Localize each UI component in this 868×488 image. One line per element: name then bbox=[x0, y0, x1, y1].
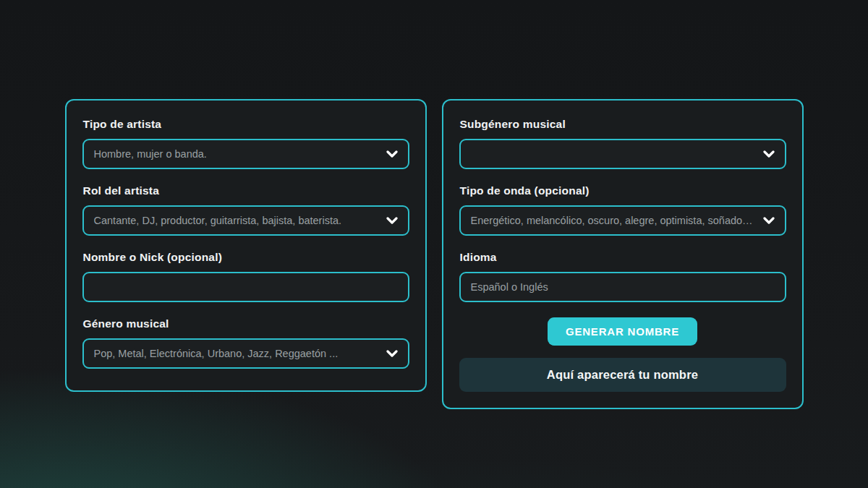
field-rol-del-artista: Rol del artista Cantante, DJ, productor,… bbox=[82, 184, 409, 236]
rol-del-artista-placeholder: Cantante, DJ, productor, guitarrista, ba… bbox=[94, 215, 379, 226]
idioma-input[interactable] bbox=[471, 281, 775, 293]
tipo-de-onda-placeholder: Energético, melancólico, oscuro, alegre,… bbox=[471, 215, 756, 226]
subgenero-musical-select[interactable] bbox=[459, 139, 786, 169]
generated-name-display: Aquí aparecerá tu nombre bbox=[459, 358, 786, 392]
tipo-de-artista-placeholder: Hombre, mujer o banda. bbox=[94, 148, 379, 160]
genero-musical-select[interactable]: Pop, Metal, Electrónica, Urbano, Jazz, R… bbox=[82, 338, 409, 369]
field-tipo-de-artista: Tipo de artista Hombre, mujer o banda. bbox=[82, 118, 409, 169]
panel-left: Tipo de artista Hombre, mujer o banda. R… bbox=[65, 99, 427, 392]
rol-del-artista-select[interactable]: Cantante, DJ, productor, guitarrista, ba… bbox=[82, 205, 409, 236]
chevron-down-icon bbox=[386, 150, 398, 158]
chevron-down-icon bbox=[763, 150, 775, 158]
genero-musical-placeholder: Pop, Metal, Electrónica, Urbano, Jazz, R… bbox=[94, 348, 379, 359]
chevron-down-icon bbox=[386, 350, 398, 357]
field-genero-musical: Género musical Pop, Metal, Electrónica, … bbox=[82, 317, 409, 369]
field-nombre-nick: Nombre o Nick (opcional) bbox=[82, 251, 409, 302]
generar-nombre-button[interactable]: GENERAR NOMBRE bbox=[548, 317, 697, 346]
nombre-nick-field bbox=[82, 272, 409, 302]
chevron-down-icon bbox=[386, 217, 398, 224]
field-tipo-de-onda: Tipo de onda (opcional) Energético, mela… bbox=[459, 184, 786, 236]
tipo-de-onda-select[interactable]: Energético, melancólico, oscuro, alegre,… bbox=[459, 205, 786, 236]
idioma-field bbox=[459, 272, 786, 302]
form-panels: Tipo de artista Hombre, mujer o banda. R… bbox=[0, 0, 868, 409]
rol-del-artista-label: Rol del artista bbox=[83, 184, 409, 197]
chevron-down-icon bbox=[763, 217, 775, 224]
nombre-nick-input[interactable] bbox=[94, 281, 398, 293]
idioma-label: Idioma bbox=[460, 251, 786, 264]
genero-musical-label: Género musical bbox=[83, 317, 409, 330]
subgenero-musical-label: Subgénero musical bbox=[460, 118, 786, 131]
tipo-de-onda-label: Tipo de onda (opcional) bbox=[460, 184, 786, 197]
panel-right: Subgénero musical Tipo de onda (opcional… bbox=[442, 99, 804, 409]
nombre-nick-label: Nombre o Nick (opcional) bbox=[83, 251, 409, 264]
tipo-de-artista-label: Tipo de artista bbox=[83, 118, 409, 131]
field-subgenero-musical: Subgénero musical bbox=[459, 118, 786, 169]
field-idioma: Idioma bbox=[459, 251, 786, 302]
tipo-de-artista-select[interactable]: Hombre, mujer o banda. bbox=[82, 139, 409, 169]
